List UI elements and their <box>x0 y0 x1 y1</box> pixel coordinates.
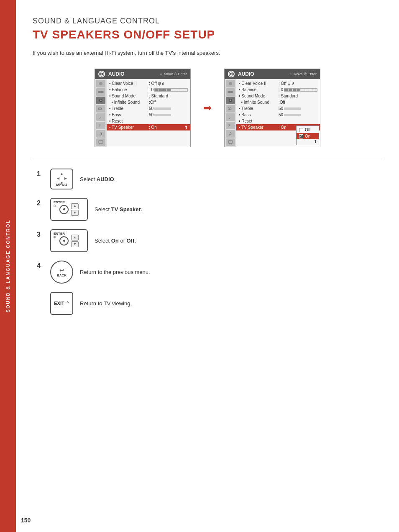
row-balance-left: • Balance : 0 <box>109 87 188 93</box>
audio-icon-left <box>98 71 105 77</box>
main-content: SOUND & LANGUAGE CONTROL TV SPEAKERS ON/… <box>16 0 399 332</box>
step-number-3: 3 <box>37 231 43 238</box>
audio-content-left: • Clear Voice II : Off ψ ∂ • Balance : 0 <box>107 79 190 147</box>
svg-point-13 <box>231 74 232 75</box>
treble-slider-left <box>154 107 171 110</box>
svg-text:𝄢: 𝄢 <box>98 124 101 128</box>
row-infinite-right: • Infinite Sound :Off <box>239 99 317 105</box>
tv-speaker-dropdown: Off ✓ On ⬆ <box>296 125 319 145</box>
svg-rect-3 <box>98 91 104 93</box>
menu-button-label: MENU <box>56 183 67 187</box>
icon-treble: ♪ <box>96 113 105 121</box>
treble-slider-right <box>284 107 301 110</box>
icon-balance <box>96 88 105 96</box>
svg-text:𝄢: 𝄢 <box>228 124 230 128</box>
audio-header-left: AUDIO ☆ Move ® Enter <box>95 69 190 79</box>
svg-text:♪: ♪ <box>99 115 101 119</box>
row-infinite-left: • Infinite Sound :Off <box>109 99 188 105</box>
step-1: 1 ▲ ◀ ▶ ▼ MENU <box>37 169 382 189</box>
step-2: 2 ENTER® ▲ ▼ Select TV Speaker. <box>37 198 382 221</box>
svg-point-17 <box>230 100 231 101</box>
step-5: EXIT ⌃ Return to TV viewing. <box>37 292 382 315</box>
step-1-icon: ▲ ◀ ▶ ▼ MENU <box>50 169 73 189</box>
audio-title-right: AUDIO <box>238 71 286 77</box>
exit-button[interactable]: EXIT ⌃ <box>50 292 73 315</box>
step-3: 3 ENTER® ▲ ▼ Select On or Off. <box>37 229 382 252</box>
step-5-icon: EXIT ⌃ <box>50 292 73 315</box>
step-4-text: Return to the previous menu. <box>80 269 150 275</box>
bass-slider-right <box>284 114 301 116</box>
exit-button-label: EXIT ⌃ <box>54 301 69 306</box>
step-number-1: 1 <box>37 170 43 178</box>
step-number-2: 2 <box>37 200 43 207</box>
back-button-label: BACK <box>57 274 66 277</box>
back-arrow-icon: ↩ <box>59 267 64 274</box>
step-4-icon: ↩ BACK <box>50 261 73 284</box>
icon-sound <box>96 80 105 87</box>
audio-nav-right: ☆ Move ® Enter <box>289 72 317 76</box>
icon-mode-r <box>226 97 235 104</box>
row-treble-right: • Treble 50 <box>239 105 317 112</box>
row-balance-right: • Balance : 0 <box>239 87 317 93</box>
svg-point-1 <box>101 74 102 75</box>
diagram-area: AUDIO ☆ Move ® Enter <box>33 69 382 147</box>
step-4: 4 ↩ BACK Return to the previous menu. <box>37 261 382 284</box>
balance-bar-left <box>154 88 188 92</box>
enter-nav-3: ▲ ▼ <box>71 235 79 247</box>
checkbox-off <box>299 128 303 132</box>
page-number: 150 <box>21 517 31 524</box>
steps-section: 1 ▲ ◀ ▶ ▼ MENU <box>33 169 382 315</box>
arrow-right: ➡ <box>203 102 212 114</box>
audio-menu-right: AUDIO ☆ Move ® Enter <box>224 69 320 147</box>
audio-icons-left: ♪ 𝄢 <box>95 79 107 147</box>
svg-rect-15 <box>228 91 233 93</box>
audio-title-left: AUDIO <box>108 71 156 77</box>
enter-nav-2: ▲ ▼ <box>71 203 79 216</box>
sidebar: SOUND & LANGUAGE CONTROL <box>0 0 16 532</box>
row-soundmode-right: • Sound Mode : Standard <box>239 93 317 99</box>
step-3-text: Select On or Off. <box>95 238 136 244</box>
icon-infinite-r <box>226 105 235 113</box>
back-button[interactable]: ↩ BACK <box>50 261 73 284</box>
page-title: TV SPEAKERS ON/OFF SETUP <box>33 28 382 41</box>
enter-button-3[interactable]: ENTER® ▲ ▼ <box>50 229 88 252</box>
icon-treble-r: ♪ <box>226 113 235 121</box>
row-treble-left: • Treble 50 <box>109 105 188 112</box>
step-5-text: Return to TV viewing. <box>80 300 132 307</box>
step-2-icon: ENTER® ▲ ▼ <box>50 198 88 221</box>
subtitle: If you wish to use an external Hi-Fi sys… <box>33 50 382 56</box>
checkbox-on: ✓ <box>299 134 303 138</box>
bass-slider-left <box>154 114 171 116</box>
row-bass-right: • Bass 50 <box>239 112 317 118</box>
step-number-4: 4 <box>37 262 43 270</box>
svg-point-14 <box>229 82 232 85</box>
svg-point-5 <box>100 100 102 101</box>
svg-rect-9 <box>99 141 103 143</box>
dropdown-off: Off <box>297 127 319 133</box>
enter-button-2[interactable]: ENTER® ▲ ▼ <box>50 198 88 221</box>
icon-bass-r: 𝄢 <box>226 122 235 129</box>
step-3-icon: ENTER® ▲ ▼ <box>50 229 88 252</box>
step-1-text: Select AUDIO. <box>80 176 115 182</box>
icon-tv-r <box>226 138 235 146</box>
row-clearvoice-right: • Clear Voice II : Off ψ ∂ <box>239 80 317 87</box>
menu-button[interactable]: ▲ ◀ ▶ ▼ MENU <box>50 169 73 189</box>
audio-nav-left: ☆ Move ® Enter <box>159 72 187 76</box>
dropdown-arrow-up: ⬆ <box>297 139 319 144</box>
section-divider <box>33 160 382 160</box>
icon-infinite <box>96 105 105 113</box>
svg-rect-21 <box>228 141 233 143</box>
audio-icon-right <box>228 71 235 77</box>
icon-balance-r <box>226 88 235 96</box>
svg-text:♪: ♪ <box>229 115 231 119</box>
audio-menu-left: AUDIO ☆ Move ® Enter <box>95 69 191 147</box>
icon-sound-r <box>226 80 235 87</box>
enter-label-3: ENTER® <box>54 232 65 239</box>
balance-bar-right <box>284 88 317 92</box>
icon-tv-left <box>96 138 105 146</box>
icon-mode <box>96 97 105 104</box>
step-2-text: Select TV Speaker. <box>95 206 142 212</box>
svg-point-2 <box>99 82 102 85</box>
row-tvspeaker-left: • TV Speaker : On ⬆ <box>107 124 190 130</box>
section-title: SOUND & LANGUAGE CONTROL <box>33 17 382 26</box>
